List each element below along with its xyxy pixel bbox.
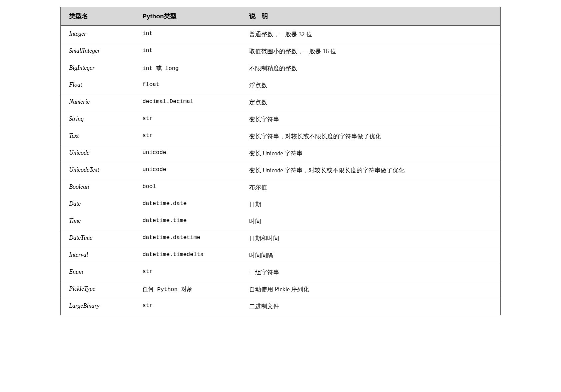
cell-type-name: LargeBinary — [61, 298, 134, 315]
cell-description: 取值范围小的整数，一般是 16 位 — [241, 43, 500, 60]
cell-python-type: bool — [134, 179, 241, 196]
cell-description: 浮点数 — [241, 77, 500, 94]
table-row: Integerint普通整数，一般是 32 位 — [61, 26, 500, 43]
cell-type-name: Text — [61, 128, 134, 145]
cell-python-type: str — [134, 298, 241, 315]
cell-description: 二进制文件 — [241, 298, 500, 315]
header-type-name: 类型名 — [61, 7, 134, 26]
table-row: PickleType任何 Python 对象自动使用 Pickle 序列化 — [61, 281, 500, 298]
cell-type-name: Unicode — [61, 145, 134, 162]
table-row: SmallIntegerint取值范围小的整数，一般是 16 位 — [61, 43, 500, 60]
cell-description: 日期 — [241, 196, 500, 213]
table-header-row: 类型名 Python类型 说 明 — [61, 7, 500, 26]
cell-python-type: int — [134, 43, 241, 60]
cell-type-name: String — [61, 111, 134, 128]
table-row: Timedatetime.time时间 — [61, 213, 500, 230]
cell-type-name: DateTime — [61, 230, 134, 247]
cell-type-name: PickleType — [61, 281, 134, 298]
cell-python-type: 任何 Python 对象 — [134, 281, 241, 298]
cell-python-type: int 或 long — [134, 60, 241, 77]
cell-python-type: datetime.timedelta — [134, 247, 241, 264]
table-row: DateTimedatetime.datetime日期和时间 — [61, 230, 500, 247]
cell-description: 不限制精度的整数 — [241, 60, 500, 77]
cell-python-type: unicode — [134, 162, 241, 179]
cell-description: 日期和时间 — [241, 230, 500, 247]
cell-python-type: str — [134, 128, 241, 145]
table-row: LargeBinarystr二进制文件 — [61, 298, 500, 315]
cell-python-type: str — [134, 264, 241, 281]
cell-python-type: datetime.date — [134, 196, 241, 213]
table-row: Unicodeunicode变长 Unicode 字符串 — [61, 145, 500, 162]
cell-description: 一组字符串 — [241, 264, 500, 281]
cell-type-name: Boolean — [61, 179, 134, 196]
cell-description: 自动使用 Pickle 序列化 — [241, 281, 500, 298]
table-row: Floatfloat浮点数 — [61, 77, 500, 94]
cell-description: 时间 — [241, 213, 500, 230]
cell-python-type: datetime.datetime — [134, 230, 241, 247]
cell-python-type: str — [134, 111, 241, 128]
cell-python-type: int — [134, 26, 241, 43]
table-row: Enumstr一组字符串 — [61, 264, 500, 281]
cell-python-type: decimal.Decimal — [134, 94, 241, 111]
cell-description: 变长 Unicode 字符串 — [241, 145, 500, 162]
cell-type-name: Float — [61, 77, 134, 94]
cell-type-name: BigInteger — [61, 60, 134, 77]
header-python-type: Python类型 — [134, 7, 241, 26]
table-row: Textstr变长字符串，对较长或不限长度的字符串做了优化 — [61, 128, 500, 145]
table-row: Numericdecimal.Decimal定点数 — [61, 94, 500, 111]
table-row: BigIntegerint 或 long不限制精度的整数 — [61, 60, 500, 77]
table-row: Stringstr变长字符串 — [61, 111, 500, 128]
cell-description: 变长 Unicode 字符串，对较长或不限长度的字符串做了优化 — [241, 162, 500, 179]
cell-type-name: Integer — [61, 26, 134, 43]
cell-type-name: Date — [61, 196, 134, 213]
header-description: 说 明 — [241, 7, 500, 26]
cell-description: 变长字符串 — [241, 111, 500, 128]
cell-type-name: Enum — [61, 264, 134, 281]
cell-type-name: Time — [61, 213, 134, 230]
cell-description: 时间间隔 — [241, 247, 500, 264]
cell-type-name: UnicodeText — [61, 162, 134, 179]
cell-description: 布尔值 — [241, 179, 500, 196]
cell-description: 普通整数，一般是 32 位 — [241, 26, 500, 43]
data-types-table: 类型名 Python类型 说 明 Integerint普通整数，一般是 32 位… — [60, 7, 501, 315]
cell-type-name: SmallInteger — [61, 43, 134, 60]
table-row: Booleanbool布尔值 — [61, 179, 500, 196]
cell-python-type: datetime.time — [134, 213, 241, 230]
cell-description: 变长字符串，对较长或不限长度的字符串做了优化 — [241, 128, 500, 145]
cell-type-name: Numeric — [61, 94, 134, 111]
cell-python-type: unicode — [134, 145, 241, 162]
table-row: Datedatetime.date日期 — [61, 196, 500, 213]
cell-type-name: Interval — [61, 247, 134, 264]
cell-description: 定点数 — [241, 94, 500, 111]
table-row: Intervaldatetime.timedelta时间间隔 — [61, 247, 500, 264]
cell-python-type: float — [134, 77, 241, 94]
table-row: UnicodeTextunicode变长 Unicode 字符串，对较长或不限长… — [61, 162, 500, 179]
